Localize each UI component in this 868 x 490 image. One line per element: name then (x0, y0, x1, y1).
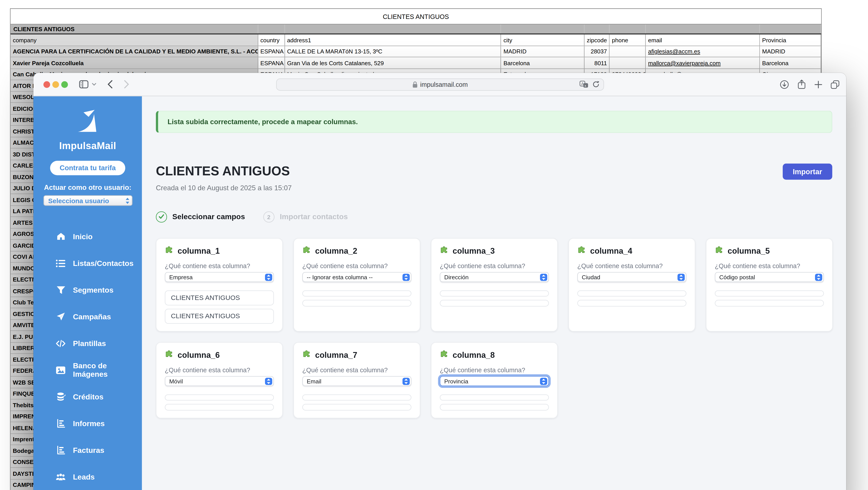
select-stepper-icon (402, 273, 410, 281)
sample-values (302, 394, 411, 410)
safari-window: impulsamail.com Ax (33, 73, 846, 490)
spreadsheet-cell: MADRID (501, 46, 585, 57)
column-question: ¿Qué contiene esta columna? (302, 366, 411, 373)
sidebar-nav: InicioListas/ContactosSegmentosCampañasP… (33, 223, 142, 490)
select-value: Ciudad (582, 273, 600, 280)
sample-value-box (715, 290, 824, 297)
brand-name: ImpulsaMail (59, 140, 116, 152)
address-bar[interactable]: impulsamail.com Ax (276, 78, 604, 90)
sample-values (440, 290, 549, 306)
sidebar-item-label: Plantillas (73, 339, 106, 348)
sidebar-item-inicio[interactable]: Inicio (33, 223, 142, 250)
sidebar-item-label: Inicio (73, 232, 93, 241)
spreadsheet-sheet-band: CLIENTES ANTIGUOS (11, 24, 821, 35)
app-sidebar: ImpulsaMail Contrata tu tarifa Actuar co… (33, 96, 142, 490)
close-window-button[interactable] (43, 81, 50, 88)
column-card-title: columna_7 (315, 351, 357, 359)
sidebar-item-banco-de-im-genes[interactable]: Banco de Imágenes (33, 357, 142, 383)
columna_8-field-select[interactable]: Provincia (440, 376, 549, 386)
puzzle-icon (578, 246, 586, 256)
image-icon (56, 365, 66, 375)
sidebar-item-campa-as[interactable]: Campañas (33, 303, 142, 330)
column-card-title: columna_6 (178, 351, 220, 359)
columna_2-field-select[interactable]: -- Ignorar esta columna -- (302, 272, 411, 282)
columna_1-field-select[interactable]: Empresa (165, 272, 274, 282)
import-button[interactable]: Importar (783, 164, 832, 180)
back-icon[interactable] (105, 73, 114, 96)
spreadsheet-header-row: companycountryaddress1cityzipcodephoneem… (11, 34, 821, 46)
minimize-window-button[interactable] (52, 81, 59, 88)
home-icon (56, 231, 66, 241)
sample-values (578, 290, 686, 306)
user-select-value: Selecciona usuario (48, 197, 125, 204)
sidebar-item-label: Leads (73, 472, 95, 481)
sidebar-item-plantillas[interactable]: Plantillas (33, 330, 142, 357)
step-import-contacts[interactable]: 2 Importar contactos (264, 211, 348, 222)
new-tab-icon[interactable] (813, 73, 824, 96)
columna_3-field-select[interactable]: Dirección (440, 272, 549, 282)
sidebar-item-listas-contactos[interactable]: Listas/Contactos (33, 250, 142, 276)
column-card-columna_1: columna_1 ¿Qué contiene esta columna? Em… (156, 238, 283, 331)
columna_5-field-select[interactable]: Código postal (715, 272, 824, 282)
sample-value-box (578, 300, 686, 306)
report-icon (56, 445, 66, 455)
success-alert: Lista subida correctamente, procede a ma… (156, 111, 832, 133)
sidebar-item-facturas[interactable]: Facturas (33, 437, 142, 463)
spreadsheet-cell: address1 (285, 34, 501, 45)
sample-value-box (440, 404, 549, 410)
share-icon[interactable] (797, 73, 807, 96)
columna_6-field-select[interactable]: Móvil (165, 376, 274, 386)
column-card-columna_8: columna_8 ¿Qué contiene esta columna? Pr… (431, 342, 558, 418)
email-link[interactable]: mallorca@xavierpareja.com (648, 59, 721, 66)
puzzle-icon (302, 246, 311, 256)
band-cell (258, 25, 285, 33)
column-card-title: columna_5 (728, 247, 770, 256)
translate-icon[interactable]: Ax (580, 81, 589, 88)
spreadsheet-cell: city (501, 34, 585, 45)
coins-icon (56, 392, 66, 402)
sidebar-item-cr-ditos[interactable]: Créditos (33, 383, 142, 410)
band-cell (501, 25, 585, 33)
contract-plan-button[interactable]: Contrata tu tarifa (50, 161, 125, 175)
spreadsheet-cell: AGENCIA PARA LA CERTIFICACIÓN DE LA CALI… (11, 46, 258, 57)
columna_4-field-select[interactable]: Ciudad (578, 272, 686, 282)
email-link[interactable]: afiglesias@accm.es (648, 48, 700, 55)
sidebar-toggle-icon[interactable] (78, 73, 89, 96)
select-value: Móvil (169, 378, 183, 384)
step-select-fields[interactable]: Seleccionar campos (156, 211, 245, 222)
column-question: ¿Qué contiene esta columna? (165, 366, 274, 373)
column-question: ¿Qué contiene esta columna? (165, 262, 274, 269)
sample-value-box (302, 290, 411, 297)
reload-icon[interactable] (592, 81, 600, 88)
wizard-steps: Seleccionar campos 2 Importar contactos (156, 211, 832, 222)
sidebar-item-segmentos[interactable]: Segmentos (33, 276, 142, 303)
user-select[interactable]: Selecciona usuario (43, 195, 132, 206)
people-icon (56, 472, 66, 482)
download-icon[interactable] (779, 73, 789, 96)
funnel-icon (56, 285, 66, 295)
sample-value-box: CLIENTES ANTIGUOS (165, 308, 274, 324)
sample-values (440, 394, 549, 410)
spreadsheet-cell: ESPANA (258, 57, 285, 68)
zoom-window-button[interactable] (61, 81, 68, 88)
select-stepper-icon (540, 378, 547, 385)
sample-value-box (302, 300, 411, 306)
column-card-columna_7: columna_7 ¿Qué contiene esta columna? Em… (293, 342, 421, 418)
select-stepper-icon (815, 273, 823, 281)
sample-value-box (302, 404, 411, 410)
sidebar-item-informes[interactable]: Informes (33, 410, 142, 437)
column-card-title: columna_8 (453, 351, 495, 359)
column-card-title: columna_3 (453, 247, 495, 256)
chevron-down-icon[interactable] (91, 73, 97, 96)
sample-value-box (165, 404, 274, 410)
tab-overview-icon[interactable] (830, 73, 841, 96)
main-content: Lista subida correctamente, procede a ma… (142, 96, 846, 490)
sidebar-item-leads[interactable]: Leads (33, 463, 142, 490)
column-card-columna_4: columna_4 ¿Qué contiene esta columna? Ci… (568, 238, 695, 331)
band-cell (760, 25, 821, 33)
column-question: ¿Qué contiene esta columna? (302, 262, 411, 269)
spreadsheet-cell: Gran Via de les Corts Catalanes, 529 (285, 57, 501, 68)
forward-icon[interactable] (122, 73, 131, 96)
columna_7-field-select[interactable]: Email (302, 376, 411, 386)
impersonate-label: Actuar como otro usuario: (44, 184, 131, 191)
